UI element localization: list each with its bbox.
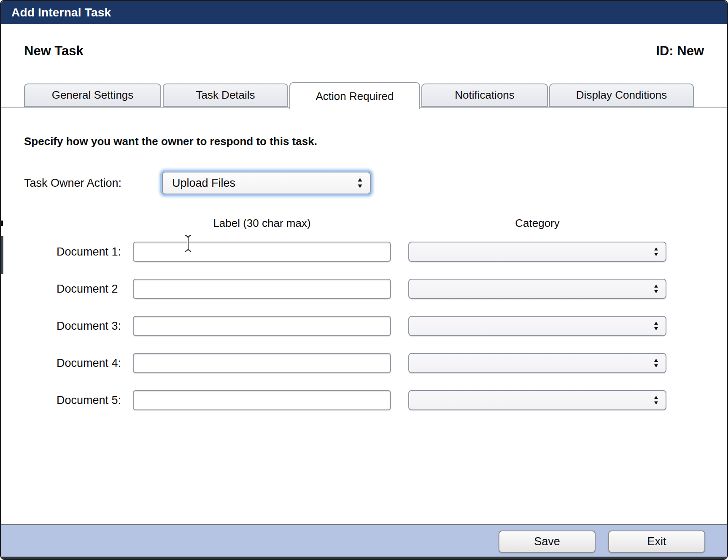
dialog-titlebar: Add Internal Task [1, 1, 727, 24]
task-owner-action-label: Task Owner Action: [24, 177, 121, 190]
document-4-label-input[interactable] [133, 353, 391, 373]
tab-general-settings[interactable]: General Settings [24, 83, 161, 107]
document-1-label: Document 1: [57, 242, 121, 262]
label-column-header: Label (30 char max) [133, 217, 391, 230]
exit-button[interactable]: Exit [608, 530, 705, 553]
document-row-2: Document 2 [1, 279, 727, 299]
left-edge-artifact [1, 221, 3, 226]
document-2-label: Document 2 [57, 279, 118, 299]
document-4-category-select[interactable] [408, 353, 666, 373]
task-id-value: ID: New [656, 43, 704, 59]
task-owner-action-value: Upload Files [163, 177, 235, 190]
category-column-header: Category [408, 217, 666, 230]
select-spinner-icon [653, 357, 666, 369]
dialog-bottom-edge [1, 557, 727, 560]
document-row-3: Document 3: [1, 316, 727, 336]
document-1-label-input[interactable] [133, 242, 391, 262]
document-row-5: Document 5: [1, 390, 727, 410]
tab-display-conditions[interactable]: Display Conditions [549, 83, 694, 107]
select-spinner-icon [653, 320, 666, 332]
dialog-title: Add Internal Task [11, 6, 111, 19]
document-row-1: Document 1: [1, 242, 727, 262]
instruction-text: Specify how you want the owner to respon… [24, 135, 317, 148]
add-internal-task-dialog: Add Internal Task New Task ID: New Gener… [0, 0, 728, 560]
document-5-label: Document 5: [57, 390, 121, 410]
save-button[interactable]: Save [499, 530, 596, 553]
document-5-label-input[interactable] [133, 390, 391, 410]
select-spinner-icon [653, 283, 666, 295]
document-3-label-input[interactable] [133, 316, 391, 336]
task-owner-action-select[interactable]: Upload Files [162, 172, 371, 194]
left-edge-artifact [1, 236, 3, 274]
select-spinner-icon [653, 394, 666, 406]
document-3-label: Document 3: [57, 316, 121, 336]
document-3-category-select[interactable] [408, 316, 666, 336]
tab-action-required[interactable]: Action Required [289, 82, 420, 109]
document-1-category-select[interactable] [408, 242, 666, 262]
tab-task-details[interactable]: Task Details [163, 83, 288, 107]
select-spinner-icon [653, 246, 666, 258]
document-row-4: Document 4: [1, 353, 727, 373]
document-2-label-input[interactable] [133, 279, 391, 299]
document-5-category-select[interactable] [408, 390, 666, 410]
tab-notifications[interactable]: Notifications [421, 83, 548, 107]
page-title: New Task [24, 43, 84, 59]
document-4-label: Document 4: [57, 353, 121, 373]
footer-separator-line [1, 524, 727, 525]
text-cursor-icon [183, 234, 193, 255]
document-2-category-select[interactable] [408, 279, 666, 299]
select-spinner-icon [357, 177, 370, 189]
